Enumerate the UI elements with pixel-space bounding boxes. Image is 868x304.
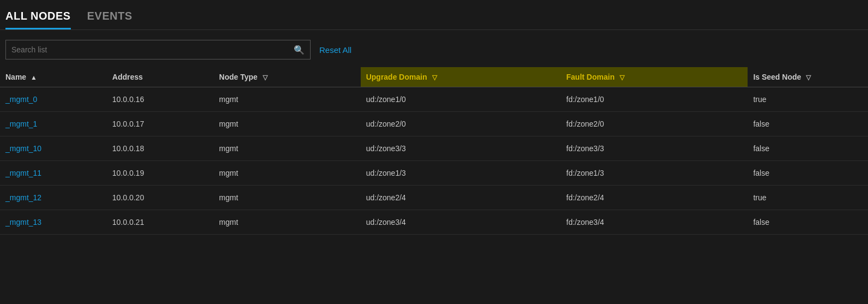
filter-icon-nodetype: ▽ [263, 74, 268, 81]
cell-address: 10.0.0.20 [107, 186, 214, 210]
cell-seed: true [748, 87, 868, 112]
cell-name: _mgmt_10 [0, 136, 107, 161]
tabs-bar: ALL NODES EVENTS [0, 0, 868, 30]
col-header-nodetype[interactable]: Node Type ▽ [214, 67, 361, 87]
cell-name: _mgmt_11 [0, 161, 107, 186]
col-header-address[interactable]: Address [107, 67, 214, 87]
tab-events[interactable]: EVENTS [87, 10, 132, 29]
cell-nodetype: mgmt [214, 112, 361, 136]
col-header-seed[interactable]: Is Seed Node ▽ [748, 67, 868, 87]
col-header-fault[interactable]: Fault Domain ▽ [561, 67, 748, 87]
cell-seed: true [748, 186, 868, 210]
reset-all-button[interactable]: Reset All [319, 45, 351, 55]
cell-upgrade: ud:/zone1/0 [361, 87, 561, 112]
cell-upgrade: ud:/zone3/4 [361, 210, 561, 235]
filter-icon-upgrade: ▽ [432, 74, 437, 81]
filter-icon-fault: ▽ [620, 74, 624, 81]
cell-name: _mgmt_1 [0, 112, 107, 136]
table-row[interactable]: _mgmt_010.0.0.16mgmtud:/zone1/0fd:/zone1… [0, 87, 868, 112]
cell-fault: fd:/zone1/3 [561, 161, 748, 186]
cell-seed: false [748, 161, 868, 186]
cell-upgrade: ud:/zone2/0 [361, 112, 561, 136]
cell-nodetype: mgmt [214, 210, 361, 235]
filter-icon-seed: ▽ [806, 74, 811, 81]
cell-fault: fd:/zone3/3 [561, 136, 748, 161]
cell-address: 10.0.0.17 [107, 112, 214, 136]
tab-all-nodes[interactable]: ALL NODES [5, 10, 71, 29]
toolbar: 🔍 Reset All [0, 30, 868, 67]
search-icon: 🔍 [294, 45, 305, 55]
cell-address: 10.0.0.19 [107, 161, 214, 186]
cell-fault: fd:/zone2/0 [561, 112, 748, 136]
cell-nodetype: mgmt [214, 87, 361, 112]
cell-upgrade: ud:/zone1/3 [361, 161, 561, 186]
search-box: 🔍 [5, 40, 311, 59]
cell-seed: false [748, 136, 868, 161]
cell-fault: fd:/zone3/4 [561, 210, 748, 235]
cell-name: _mgmt_0 [0, 87, 107, 112]
cell-address: 10.0.0.21 [107, 210, 214, 235]
sort-asc-icon: ▲ [31, 74, 37, 81]
table-row[interactable]: _mgmt_1110.0.0.19mgmtud:/zone1/3fd:/zone… [0, 161, 868, 186]
cell-upgrade: ud:/zone2/4 [361, 186, 561, 210]
search-input[interactable] [11, 45, 294, 54]
table-header-row: Name ▲ Address Node Type ▽ Upgrade Domai… [0, 67, 868, 87]
cell-nodetype: mgmt [214, 186, 361, 210]
col-header-upgrade[interactable]: Upgrade Domain ▽ [361, 67, 561, 87]
cell-nodetype: mgmt [214, 161, 361, 186]
cell-name: _mgmt_12 [0, 186, 107, 210]
cell-nodetype: mgmt [214, 136, 361, 161]
cell-fault: fd:/zone1/0 [561, 87, 748, 112]
table-row[interactable]: _mgmt_1210.0.0.20mgmtud:/zone2/4fd:/zone… [0, 186, 868, 210]
cell-address: 10.0.0.18 [107, 136, 214, 161]
table-row[interactable]: _mgmt_110.0.0.17mgmtud:/zone2/0fd:/zone2… [0, 112, 868, 136]
table-container: Name ▲ Address Node Type ▽ Upgrade Domai… [0, 67, 868, 235]
table-row[interactable]: _mgmt_1310.0.0.21mgmtud:/zone3/4fd:/zone… [0, 210, 868, 235]
col-header-name[interactable]: Name ▲ [0, 67, 107, 87]
table-row[interactable]: _mgmt_1010.0.0.18mgmtud:/zone3/3fd:/zone… [0, 136, 868, 161]
cell-fault: fd:/zone2/4 [561, 186, 748, 210]
cell-seed: false [748, 112, 868, 136]
cell-upgrade: ud:/zone3/3 [361, 136, 561, 161]
cell-seed: false [748, 210, 868, 235]
cell-name: _mgmt_13 [0, 210, 107, 235]
cell-address: 10.0.0.16 [107, 87, 214, 112]
